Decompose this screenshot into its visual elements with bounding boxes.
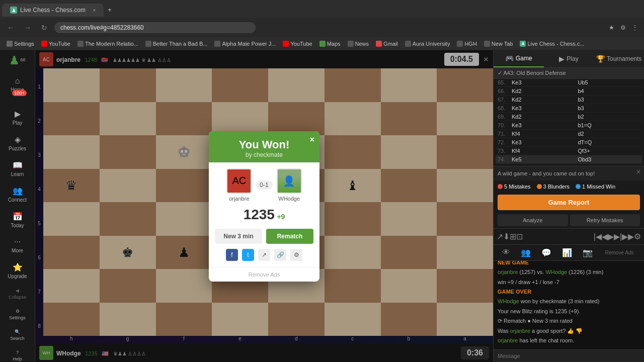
tab-close-btn[interactable]: × xyxy=(93,7,96,13)
bookmark-alpha[interactable]: Alpha Male Power J... xyxy=(212,40,278,47)
move-black-3[interactable]: b3 xyxy=(576,96,642,104)
players-list-icon[interactable]: 👥 xyxy=(521,248,531,257)
move-white-9[interactable]: Kf4 xyxy=(510,147,576,155)
move-row-4: 68. Ke3 b3 xyxy=(496,104,642,113)
bookmark-chess[interactable]: ♟Live Chess - Chess.c... xyxy=(517,40,587,47)
move-black-2[interactable]: b4 xyxy=(576,87,642,95)
chat-text-7: win +9 / draw +1 / lose -7 xyxy=(498,279,559,285)
board-icon[interactable]: ⊡ xyxy=(516,232,523,241)
forward-button[interactable]: → xyxy=(21,23,34,33)
twitter-share-btn[interactable]: t xyxy=(242,249,254,261)
share-icon[interactable]: ↗ xyxy=(497,232,503,241)
move-black-9[interactable]: Qf3+ xyxy=(576,147,642,155)
comment-close-btn[interactable]: ✕ xyxy=(636,168,641,175)
move-white-6[interactable]: Ke3 xyxy=(510,121,576,129)
move-black-10[interactable]: Obd3 xyxy=(576,155,642,163)
menu-icon[interactable]: ⋮ xyxy=(630,23,640,32)
nav-next-icon[interactable]: ▶ xyxy=(608,232,614,241)
retry-mistakes-button[interactable]: Retry Mistakes xyxy=(570,214,640,226)
modal-remove-ads[interactable]: Remove Ads xyxy=(209,267,319,282)
facebook-share-btn[interactable]: f xyxy=(226,249,238,261)
sidebar-item-settings[interactable]: ⚙ Settings xyxy=(0,305,35,324)
move-black-5[interactable]: b2 xyxy=(576,113,642,121)
sidebar-item-collapse[interactable]: ◀ Collapse xyxy=(0,284,35,304)
bookmark-hgh[interactable]: HGH xyxy=(454,40,479,47)
extension-icon[interactable]: ⚙ xyxy=(618,23,628,32)
bookmark-gmail[interactable]: Gmail xyxy=(373,40,400,47)
sidebar-item-today[interactable]: 📅 Today xyxy=(0,208,35,232)
move-white-1[interactable]: Ke3 xyxy=(510,79,576,86)
bookmark-newtab[interactable]: New Tab xyxy=(481,40,516,47)
move-row-5: 69. Kd2 b2 xyxy=(496,113,642,121)
bookmark-settings[interactable]: Settings xyxy=(4,40,37,47)
address-input[interactable] xyxy=(54,22,256,33)
sidebar-item-more[interactable]: ··· More xyxy=(0,233,35,257)
new-tab-btn[interactable]: + xyxy=(104,5,119,16)
move-white-8[interactable]: Ke3 xyxy=(510,138,576,146)
browser-icons: ★ ⚙ ⋮ xyxy=(607,23,640,32)
move-white-10[interactable]: Ke5 xyxy=(510,155,576,163)
bookmark-modern[interactable]: The Modern Relatio... xyxy=(75,40,141,47)
chat-text-9: WHodge won by checkmate (3 min rated) xyxy=(498,298,599,304)
move-white-4[interactable]: Ke3 xyxy=(510,104,576,112)
move-black-4[interactable]: b3 xyxy=(576,104,642,112)
sidebar-item-connect[interactable]: 👥 Connect xyxy=(0,182,35,207)
blunders-dot xyxy=(537,184,542,189)
move-white-2[interactable]: Kd2 xyxy=(510,87,576,95)
tab-tournaments[interactable]: 🏆 Tournaments xyxy=(594,50,644,67)
move-black-6[interactable]: b1=Q xyxy=(576,121,642,129)
nav-last-icon[interactable]: ▶| xyxy=(614,232,622,241)
move-black-1[interactable]: Ub5 xyxy=(576,79,642,86)
move-white-5[interactable]: Kd2 xyxy=(510,113,576,121)
bookmark-youtube[interactable]: YouTube xyxy=(39,40,73,47)
sidebar-item-upgrade[interactable]: ⭐ Upgrade xyxy=(0,258,35,283)
collapse-icon: ◀ xyxy=(16,288,19,293)
chat-input[interactable] xyxy=(494,350,644,362)
spectate-icon[interactable]: 👁 xyxy=(502,248,510,257)
game-report-button[interactable]: Game Report xyxy=(498,195,640,210)
sidebar-item-home[interactable]: ⌂ Home 100+ xyxy=(0,72,35,104)
stats-icon[interactable]: 📊 xyxy=(562,248,572,257)
nav-prev-icon[interactable]: ◀ xyxy=(602,232,608,241)
sidebar-item-puzzles[interactable]: ◈ Puzzles xyxy=(0,131,35,155)
modal-close-btn[interactable]: × xyxy=(310,135,314,144)
mistakes-count: 5 xyxy=(504,184,507,190)
new-game-button[interactable]: New 3 min xyxy=(215,229,262,244)
bookmark-news[interactable]: News xyxy=(345,40,372,47)
nav-first-icon[interactable]: |◀ xyxy=(594,232,602,241)
bookmark-maps[interactable]: Maps xyxy=(317,40,343,47)
analyze-button[interactable]: Analyze xyxy=(498,214,568,226)
active-tab[interactable]: ♟ Live Chess - Chess.com × xyxy=(2,4,104,17)
bookmark-better[interactable]: Better Than a Bad B... xyxy=(143,40,210,47)
move-white-3[interactable]: Kd2 xyxy=(510,96,576,104)
remove-ads-right[interactable]: Remove Ads xyxy=(603,249,636,256)
sidebar-item-learn[interactable]: 📖 Learn xyxy=(0,156,35,181)
tab-play[interactable]: ▶ Play xyxy=(544,50,594,67)
modal-avatar1: AC xyxy=(226,168,252,194)
download-icon[interactable]: ⬇ xyxy=(503,232,510,241)
right-panel: 🎮 Game ▶ Play 🏆 Tournaments ✓ A43: Old B… xyxy=(493,50,644,362)
move-white-7[interactable]: Kf4 xyxy=(510,130,576,138)
bookmark-icon[interactable]: ★ xyxy=(607,23,616,32)
chat-icon[interactable]: 💬 xyxy=(541,248,551,257)
sidebar-item-search[interactable]: 🔍 Search xyxy=(0,325,35,345)
rematch-button[interactable]: Rematch xyxy=(266,229,313,244)
video-icon[interactable]: 📷 xyxy=(583,248,593,257)
move-row-3: 67. Kd2 b3 xyxy=(496,96,642,104)
embed-btn[interactable]: ⚙ xyxy=(290,249,302,261)
settings-right-icon[interactable]: ⚙ xyxy=(634,232,641,241)
bookmark-aura[interactable]: Aura University xyxy=(403,40,453,47)
back-button[interactable]: ← xyxy=(4,23,17,33)
bookmark-yt2[interactable]: YouTube xyxy=(280,40,314,47)
tab-favicon: ♟ xyxy=(10,7,17,14)
sidebar-item-help[interactable]: ? Help xyxy=(0,346,35,362)
move-black-8[interactable]: dT=Q xyxy=(576,138,642,146)
move-black-7[interactable]: d2 xyxy=(576,130,642,138)
reload-button[interactable]: ↻ xyxy=(38,23,50,33)
tab-game[interactable]: 🎮 Game xyxy=(494,50,544,67)
link-btn[interactable]: 🔗 xyxy=(274,249,286,261)
players-icon[interactable]: ⊞ xyxy=(510,232,516,241)
sidebar-item-play[interactable]: ▶ Play xyxy=(0,105,35,130)
nav-auto-icon[interactable]: ▶▶ xyxy=(622,232,634,241)
share-btn[interactable]: ↗ xyxy=(258,249,270,261)
